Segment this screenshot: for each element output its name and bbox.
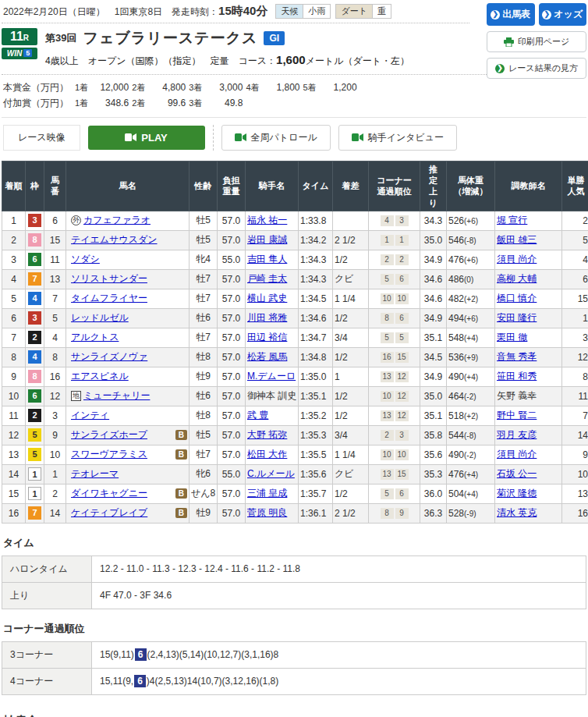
column-header: タイム (299, 161, 333, 211)
finish-position: 10 (2, 386, 26, 406)
corner-positions: 1312 (369, 367, 420, 386)
jockey-link[interactable]: 田辺 裕信 (247, 332, 287, 343)
horse-name-link[interactable]: ケイティブレイブ (71, 506, 147, 520)
trainer-cell: 菊沢 隆徳 (495, 484, 562, 503)
horse-name-cell: ソリストサンダー (66, 269, 190, 289)
jockey-cell: 川田 将雅 (246, 308, 299, 328)
horse-name-link[interactable]: タイムフライヤー (71, 292, 147, 305)
win-favorite-rank: 1 (562, 308, 588, 328)
jockey-link[interactable]: 松若 風馬 (247, 351, 287, 362)
trainer-cell: 野中 賢二 (495, 406, 562, 425)
jockey-interview-button[interactable]: 騎手インタビュー (338, 125, 457, 151)
sex-age: せん8 (190, 484, 218, 503)
arrow-circle-icon: ❯ (495, 64, 505, 73)
horse-name-link[interactable]: ダイワキャグニー (71, 487, 147, 500)
race-video-label: レース映像 (3, 125, 80, 151)
trainer-link[interactable]: 堀 宣行 (497, 215, 527, 225)
prize-item: 1着348.6 (75, 95, 129, 111)
last-3f: 34.5 (420, 347, 447, 367)
patrol-video-button[interactable]: 全周パトロール (221, 125, 331, 151)
corner-positions: 1315 (369, 464, 420, 484)
jockey-link[interactable]: 川田 将雅 (247, 312, 287, 323)
race-number-badge: 11R (2, 28, 37, 45)
jockey-link[interactable]: 三浦 皇成 (247, 488, 287, 499)
result-row: 10612地ミューチャリー牡657.0御神本 訓史1:35.11/2101235… (2, 386, 588, 406)
horse-name-link[interactable]: テイエムサウスダン (71, 233, 158, 247)
horse-name-link[interactable]: サンライズノヴァ (71, 350, 147, 364)
sex-age: 牡7 (190, 445, 218, 464)
carried-weight: 57.0 (218, 308, 246, 328)
win-favorite-rank: 2 (562, 211, 588, 230)
horse-name-cell: スワーヴアラミスB (66, 445, 190, 464)
jockey-link[interactable]: C.ルメール (247, 468, 295, 479)
horse-name-link[interactable]: ミューチャリー (83, 389, 150, 403)
jockey-link[interactable]: 戸崎 圭太 (247, 273, 287, 284)
horse-name-cell: ケイティブレイブB (66, 503, 190, 523)
horse-name-link[interactable]: ソダシ (71, 253, 100, 266)
horse-name-link[interactable]: レッドルゼル (71, 311, 129, 325)
result-row: 3611ソダシ牝455.0吉田 隼人1:34.31/22234.9476(+6)… (2, 250, 588, 269)
horse-weight: 494(+6) (447, 308, 495, 328)
horse-name-link[interactable]: エアスピネル (71, 370, 129, 383)
trainer-link[interactable]: 須貝 尚介 (497, 449, 537, 460)
horse-weight: 528(-9) (447, 503, 495, 523)
jockey-link[interactable]: 福永 祐一 (247, 215, 287, 225)
race-card-button[interactable]: ❯出馬表 (487, 3, 535, 26)
trainer-link[interactable]: 橋口 慎介 (497, 293, 537, 303)
corner-row-label: 4コーナー (2, 668, 92, 694)
trainer-link[interactable]: 菊沢 隆徳 (497, 488, 537, 499)
horse-number: 11 (44, 250, 66, 269)
jockey-cell: M.デムーロ (246, 367, 299, 386)
trainer-link[interactable]: 清水 英克 (497, 507, 537, 518)
frame-number: 6 (26, 386, 44, 406)
trainer-cell: 音無 秀孝 (495, 347, 562, 367)
jockey-cell: 武 豊 (246, 406, 299, 425)
trainer-link[interactable]: 音無 秀孝 (497, 351, 537, 362)
trainer-cell: 須貝 尚介 (495, 250, 562, 269)
margin (333, 211, 369, 230)
trainer-link[interactable]: 須貝 尚介 (497, 254, 537, 264)
condition-badges: 天候小雨 ダート重 (275, 4, 391, 19)
odds-button[interactable]: ❯オッズ (539, 3, 587, 26)
horse-name-link[interactable]: アルクトス (71, 331, 119, 344)
results-guide-button[interactable]: ❯レース結果の見方 (487, 58, 586, 79)
play-button[interactable]: PLAY (88, 126, 205, 150)
horse-name-cell: サンライズノヴァ (66, 347, 190, 367)
trainer-link[interactable]: 安田 隆行 (497, 312, 537, 323)
corner-positions: 1012 (369, 386, 420, 406)
jockey-link[interactable]: 横山 武史 (247, 293, 287, 303)
win-favorite-rank: 9 (562, 445, 588, 464)
jockey-link[interactable]: 菅原 明良 (247, 507, 287, 518)
trainer-link[interactable]: 石坂 公一 (497, 468, 537, 479)
jockey-link[interactable]: M.デムーロ (247, 371, 296, 382)
jockey-cell: 福永 祐一 (246, 211, 299, 230)
jockey-cell: 御神本 訓史 (246, 386, 299, 406)
horse-name-link[interactable]: スワーヴアラミス (71, 448, 147, 461)
trainer-link[interactable]: 笹田 和秀 (497, 371, 537, 382)
result-row: 2815テイエムサウスダン牡557.0岩田 康誠1:34.22 1/21135.… (2, 230, 588, 250)
arrow-circle-icon: ❯ (542, 10, 551, 20)
horse-name-link[interactable]: カフェファラオ (83, 214, 151, 227)
last-3f: 34.9 (420, 308, 447, 328)
horse-name-link[interactable]: ソリストサンダー (71, 272, 147, 286)
result-row: 724アルクトス牡757.0田辺 裕信1:34.73/45535.1548(+4… (2, 328, 588, 347)
horse-weight: 476(+6) (447, 250, 495, 269)
jockey-link[interactable]: 岩田 康誠 (247, 234, 287, 245)
jockey-link[interactable]: 松田 大作 (247, 449, 287, 460)
jockey-link[interactable]: 武 豊 (247, 410, 268, 421)
horse-name-link[interactable]: サンライズホープ (71, 428, 147, 442)
trainer-link[interactable]: 飯田 雄三 (497, 234, 537, 245)
column-header: 着差 (333, 161, 369, 211)
horse-name-link[interactable]: インティ (71, 409, 109, 422)
trainer-link[interactable]: 羽月 友彦 (497, 429, 537, 440)
horse-name-link[interactable]: テオレーマ (71, 467, 119, 481)
trainer-link[interactable]: 高柳 大輔 (497, 273, 537, 284)
jockey-link[interactable]: 吉田 隼人 (247, 254, 287, 264)
jockey-link[interactable]: 大野 拓弥 (247, 429, 287, 440)
trainer-link[interactable]: 栗田 徹 (497, 332, 527, 343)
horse-number: 3 (44, 406, 66, 425)
jockey-cell: 岩田 康誠 (246, 230, 299, 250)
trainer-link[interactable]: 野中 賢二 (497, 410, 537, 421)
sex-age: 牡7 (190, 289, 218, 308)
print-button[interactable]: 印刷用ページ (487, 31, 586, 52)
